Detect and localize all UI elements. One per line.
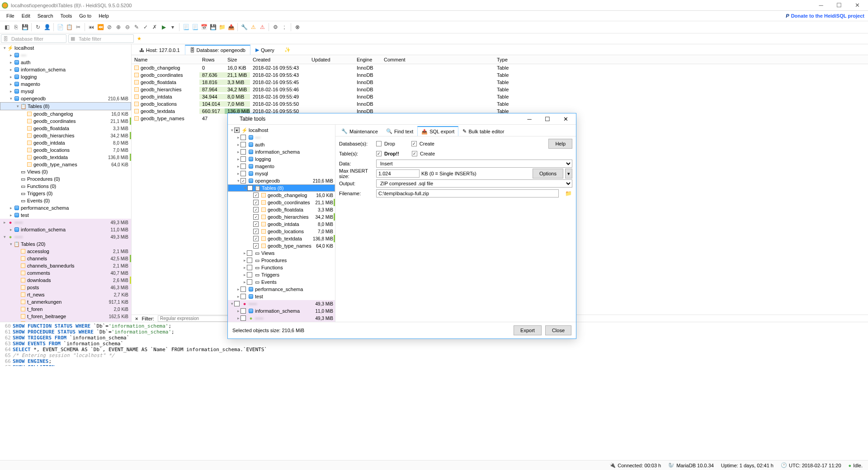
tree-item[interactable]: t_foren 2,0 KiB [0,306,131,313]
tree-checkbox[interactable] [241,178,246,183]
tree-checkbox[interactable] [253,207,259,212]
dialog-tree-item[interactable]: ▸ ▭ Procedures [228,257,335,264]
tree-item[interactable]: ▭ Triggers (0) [0,190,131,197]
tree-checkbox[interactable] [253,229,259,234]
tree-checkbox[interactable] [247,185,253,191]
expand-icon[interactable]: ▸ [8,206,14,210]
dialog-tree-item[interactable]: geodb_type_names 64,0 KiB [228,242,335,249]
dialog-tree-item[interactable]: ▸ information_schema [228,148,335,155]
expand-icon[interactable]: ▸ [236,157,241,161]
db-create-checkbox[interactable] [411,141,417,146]
tree-checkbox[interactable] [247,272,252,277]
dialog-minimize-button[interactable]: ─ [522,116,537,122]
tool-plus-icon[interactable]: ⊕ [114,23,123,31]
tree-checkbox[interactable] [253,221,259,227]
options-dropdown-button[interactable]: ▾ [565,169,572,179]
expand-icon[interactable]: ▸ [242,258,247,263]
tbl-create-checkbox[interactable] [412,151,417,156]
expand-icon[interactable]: ▸ [236,171,241,176]
tool-prev-icon[interactable]: ⏪ [96,23,104,31]
tree-item[interactable]: channels_bannedurls 2,1 MiB [0,262,131,269]
expand-icon[interactable]: ▾ [2,46,7,50]
tree-checkbox[interactable] [241,164,246,169]
object-tree[interactable]: ▾ ⚡ localhost ▸ ···· ▸ auth ▸ informatio… [0,44,132,322]
tab-database[interactable]: 🗄Database: opengeodb [185,45,250,55]
tree-checkbox[interactable] [247,258,252,263]
expand-icon[interactable]: ▾ [15,104,20,108]
tree-item[interactable]: t_foren_beitraege 162,5 KiB [0,313,131,320]
tree-checkbox[interactable] [241,315,246,321]
expand-icon[interactable]: ▾ [2,235,7,239]
favorites-icon[interactable]: ★ [135,33,144,44]
tree-item[interactable]: ▸ test [0,212,131,219]
tab-bulk-editor[interactable]: ✎Bulk table editor [458,126,508,136]
dialog-tree-item[interactable]: ▾ ● ······ 49,3 MiB [228,300,335,307]
expand-icon[interactable]: ▸ [242,280,247,284]
tree-item[interactable]: ▾ 📋 Tables (8) [0,102,131,110]
menu-search[interactable]: Search [35,12,56,19]
tree-item[interactable]: comments 40,7 MiB [0,269,131,277]
tree-checkbox[interactable] [247,265,252,270]
tool-stop-icon[interactable]: ⊗ [293,23,302,31]
expand-icon[interactable]: ▸ [8,82,14,86]
expand-icon[interactable]: ▸ [8,60,14,65]
dialog-maximize-button[interactable]: ☐ [540,116,555,122]
close-filter-icon[interactable]: × [135,316,138,321]
tool-cut-icon[interactable]: ✂ [74,23,82,31]
tree-item[interactable]: ▭ Procedures (0) [0,175,131,183]
expand-icon[interactable]: ▸ [242,273,247,277]
tool-script1-icon[interactable]: 📃 [182,23,190,31]
dialog-tree-item[interactable]: geodb_floatdata 3,3 MiB [228,206,335,213]
expand-icon[interactable]: ▾ [8,242,14,246]
table-row[interactable]: geodb_locations 104.014 7,0 MiB 2018-02-… [132,100,868,108]
dialog-tree-item[interactable]: ▾ opengeodb 210,6 MiB [228,177,335,184]
tree-item[interactable]: accesslog 2,1 MiB [0,248,131,255]
tab-host[interactable]: 🖧Host: 127.0.0.1 [134,45,185,55]
tab-find-text[interactable]: 🔍Find text [382,126,417,136]
tool-open-icon[interactable]: ⎘ [12,23,20,31]
db-drop-checkbox[interactable] [376,141,382,146]
dialog-tree-item[interactable]: ▸ magento [228,163,335,170]
expand-icon[interactable]: ▸ [242,265,247,270]
tree-checkbox[interactable] [241,287,246,292]
tool-cancel-icon[interactable]: ✗ [151,23,159,31]
tree-item[interactable]: ▾ opengeodb 210,6 MiB [0,95,131,102]
tree-checkbox[interactable] [234,127,240,133]
dialog-tree-item[interactable]: ▸ ▭ Triggers [228,271,335,278]
menu-help[interactable]: Help [96,12,112,19]
dialog-tree-item[interactable]: ▸ mysql [228,170,335,177]
tool-minus-icon[interactable]: ⊖ [123,23,132,31]
tool-first-icon[interactable]: ⏮ [87,23,95,31]
tree-item[interactable]: ▭ Views (0) [0,168,131,175]
tree-item[interactable]: posts 46,3 MiB [0,284,131,291]
expand-icon[interactable]: ▸ [236,287,241,291]
dialog-tree-item[interactable]: geodb_changelog 16,0 KiB [228,192,335,199]
tree-checkbox[interactable] [253,200,259,205]
table-filter[interactable]: ▦ Table filter [68,34,134,43]
menu-tools[interactable]: Tools [58,12,75,19]
tree-item[interactable]: ▸ ···· [0,52,131,59]
tool-semicolon-icon[interactable]: ; [280,23,288,31]
tree-item[interactable]: geodb_type_names 64,0 KiB [0,161,131,168]
tree-item[interactable]: geodb_changelog 16,0 KiB [0,110,131,118]
options-button[interactable]: Options [533,169,563,179]
tab-query[interactable]: ▶Query [250,45,279,55]
table-row[interactable]: geodb_intdata 34.944 8,0 MiB 2018-02-16 … [132,93,868,100]
dialog-tree-item[interactable]: geodb_intdata 8,0 MiB [228,221,335,228]
table-row[interactable]: geodb_coordinates 87.636 21,1 MiB 2018-0… [132,71,868,79]
tree-checkbox[interactable] [253,193,259,198]
tree-item[interactable]: t_anmerkungen 917,1 KiB [0,298,131,306]
expand-icon[interactable]: ▸ [8,227,14,232]
dialog-tree-item[interactable]: ▸ information_schema 11,0 MiB [228,307,335,315]
minimize-button[interactable]: ─ [812,0,830,10]
menu-file[interactable]: File [4,12,17,19]
dialog-tree-item[interactable]: ▸ ▭ Functions [228,264,335,271]
tree-checkbox[interactable] [247,250,252,256]
tab-sql-export[interactable]: 📤SQL export [417,126,458,136]
expand-icon[interactable]: ▸ [8,75,14,79]
tree-item[interactable]: ▸ auth [0,59,131,66]
tree-item[interactable]: ▸ information_schema [0,66,131,73]
expand-icon[interactable]: ▸ [236,150,241,154]
tool-warn2-icon[interactable]: ⚠ [258,23,266,31]
tree-item[interactable]: rt_news 2,7 KiB [0,291,131,298]
